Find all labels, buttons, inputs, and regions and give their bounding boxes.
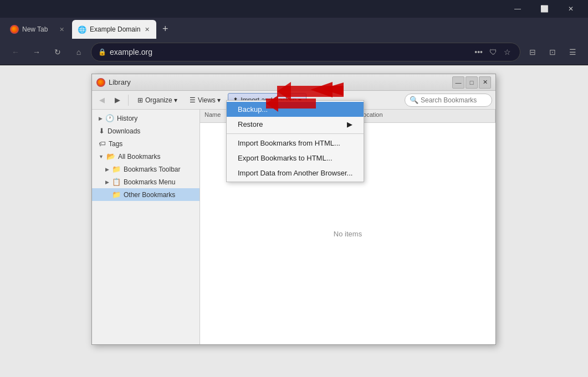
sidebar-item-all-bookmarks[interactable]: ▼ 📂 All Bookmarks: [92, 150, 200, 163]
address-bar-controls: ••• 🛡 ☆: [472, 45, 513, 59]
url-input[interactable]: [110, 48, 469, 56]
sidebar-item-other-bookmarks[interactable]: 📁 Other Bookmarks: [92, 188, 200, 201]
maximize-button[interactable]: ⬜: [531, 0, 557, 18]
sidebar-item-bookmarks-menu[interactable]: ▶ 📋 Bookmarks Menu: [92, 175, 200, 188]
sidebar-item-history[interactable]: ▶ 🕐 History: [92, 112, 200, 125]
sidebar-label: Bookmarks Menu: [124, 178, 175, 186]
refresh-button[interactable]: ↻: [49, 43, 67, 61]
sidebar-label: Other Bookmarks: [124, 191, 175, 199]
views-button[interactable]: ☰ Views ▾: [185, 93, 226, 107]
downloads-icon: ⬇: [99, 127, 105, 135]
library-forward-button[interactable]: ▶: [111, 94, 124, 107]
browser-tools: ⊟ ⊡ ☰: [524, 43, 581, 61]
other-bookmarks-icon: 📁: [112, 190, 121, 199]
empty-message: No items: [334, 230, 362, 238]
expand-arrow-icon: ▶: [99, 116, 103, 121]
menu-item-import-html[interactable]: Import Bookmarks from HTML...: [227, 136, 364, 151]
sidebar-label: All Bookmarks: [118, 153, 161, 161]
new-tab-button[interactable]: +: [157, 21, 173, 37]
browser-content: Library — □ ✕ ◀ ▶ ⊞ Organize ▾ ☰ Views: [0, 65, 588, 377]
library-maximize-button[interactable]: □: [466, 76, 478, 89]
library-minimize-button[interactable]: —: [452, 76, 464, 89]
library-sidebar: ▶ 🕐 History ⬇ Downloads 🏷 Tags ▼ 📂: [92, 110, 200, 344]
forward-button[interactable]: →: [28, 43, 45, 61]
dropdown-menu: Backup... Restore ▶ Import Bookmarks fro…: [226, 100, 364, 182]
history-icon: 🕐: [105, 114, 114, 122]
tab-close-icon[interactable]: ✕: [58, 25, 65, 34]
close-button[interactable]: ✕: [558, 0, 584, 18]
sidebar-item-bookmarks-toolbar[interactable]: ▶ 📁 Bookmarks Toolbar: [92, 163, 200, 175]
search-input[interactable]: [421, 96, 487, 104]
tab-bar: New Tab ✕ 🌐 Example Domain ✕ +: [0, 18, 588, 39]
nav-bar: ← → ↻ ⌂ 🔒 ••• 🛡 ☆ ⊟ ⊡ ☰: [0, 39, 588, 65]
library-close-button[interactable]: ✕: [479, 76, 491, 89]
library-titlebar: Library — □ ✕: [92, 74, 495, 91]
expand-arrow-icon: ▶: [105, 167, 109, 172]
tab-close-icon[interactable]: ✕: [144, 25, 151, 34]
submenu-arrow-icon: ▶: [347, 120, 352, 128]
col-location-header[interactable]: Location: [355, 110, 495, 122]
organize-icon: ⊞: [137, 96, 143, 104]
bookmarks-toolbar-icon: 📁: [112, 165, 121, 173]
organize-button[interactable]: ⊞ Organize ▾: [132, 93, 182, 107]
security-icon: 🔒: [98, 48, 106, 56]
back-button[interactable]: ←: [7, 43, 24, 61]
synced-tabs-button[interactable]: ⊡: [544, 43, 561, 61]
menu-button[interactable]: ☰: [564, 43, 581, 61]
expand-arrow-icon: ▼: [99, 154, 104, 159]
sidebar-label: Tags: [109, 140, 122, 148]
search-field[interactable]: 🔍: [405, 94, 492, 107]
more-options-button[interactable]: •••: [472, 45, 485, 59]
tab-label: New Tab: [22, 25, 48, 33]
sidebar-item-tags[interactable]: 🏷 Tags: [92, 137, 200, 150]
search-icon: 🔍: [410, 96, 418, 104]
minimize-button[interactable]: —: [505, 0, 530, 18]
menu-item-export-html[interactable]: Export Bookmarks to HTML...: [227, 151, 364, 166]
expand-arrow-icon: ▶: [105, 179, 109, 185]
library-title: Library: [109, 78, 452, 86]
tab-new-tab[interactable]: New Tab ✕: [4, 20, 71, 39]
menu-item-import-browser[interactable]: Import Data from Another Browser...: [227, 166, 364, 180]
sidebar-label: Bookmarks Toolbar: [124, 166, 181, 173]
library-back-button[interactable]: ◀: [95, 94, 109, 107]
title-bar-controls: — ⬜ ✕: [505, 0, 584, 18]
toolbar-separator: [128, 95, 129, 106]
browser-window: — ⬜ ✕ New Tab ✕ 🌐 Example Domain ✕ + ← →…: [0, 0, 588, 377]
sidebar-label: Downloads: [108, 127, 140, 135]
title-bar: — ⬜ ✕: [0, 0, 588, 18]
pocket-button[interactable]: 🛡: [487, 45, 499, 59]
bookmark-star-button[interactable]: ☆: [502, 45, 513, 59]
menu-separator: [227, 133, 364, 134]
tab-label: Example Domain: [90, 25, 140, 33]
views-icon: ☰: [190, 96, 196, 104]
sidebar-label: History: [117, 115, 137, 122]
tags-icon: 🏷: [99, 140, 106, 148]
menu-item-backup[interactable]: Backup...: [227, 102, 364, 117]
menu-item-restore[interactable]: Restore ▶: [227, 117, 364, 132]
address-bar[interactable]: 🔒 ••• 🛡 ☆: [91, 43, 520, 61]
bookmarks-menu-icon: 📋: [112, 178, 121, 186]
firefox-icon: [10, 25, 19, 34]
sidebar-toggle-button[interactable]: ⊟: [524, 43, 541, 61]
library-window-icon: [96, 78, 105, 87]
home-button[interactable]: ⌂: [70, 43, 88, 61]
tab-example-domain[interactable]: 🌐 Example Domain ✕: [72, 20, 156, 39]
library-window-controls: — □ ✕: [452, 76, 491, 89]
sidebar-item-downloads[interactable]: ⬇ Downloads: [92, 125, 200, 137]
all-bookmarks-icon: 📂: [106, 152, 115, 161]
